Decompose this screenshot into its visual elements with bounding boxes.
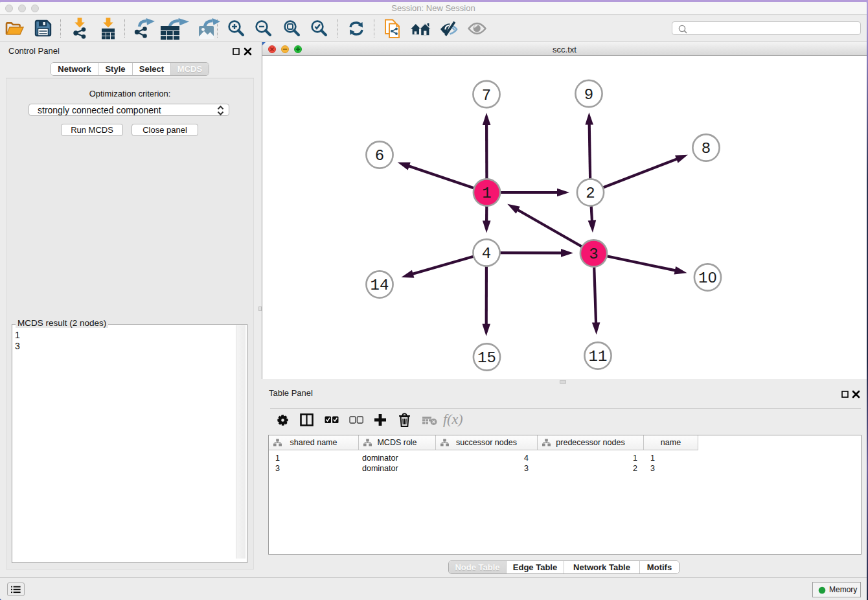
- svg-text:7: 7: [482, 87, 491, 104]
- svg-text:10: 10: [698, 270, 717, 287]
- svg-text:11: 11: [589, 348, 608, 365]
- svg-text:1: 1: [482, 185, 491, 202]
- svg-text:2: 2: [586, 185, 595, 202]
- svg-text:4: 4: [482, 245, 491, 262]
- svg-text:9: 9: [584, 86, 593, 104]
- svg-text:14: 14: [371, 277, 389, 294]
- svg-text:15: 15: [477, 349, 496, 367]
- svg-text:3: 3: [589, 246, 598, 263]
- svg-text:6: 6: [375, 147, 384, 165]
- svg-text:8: 8: [702, 140, 711, 157]
